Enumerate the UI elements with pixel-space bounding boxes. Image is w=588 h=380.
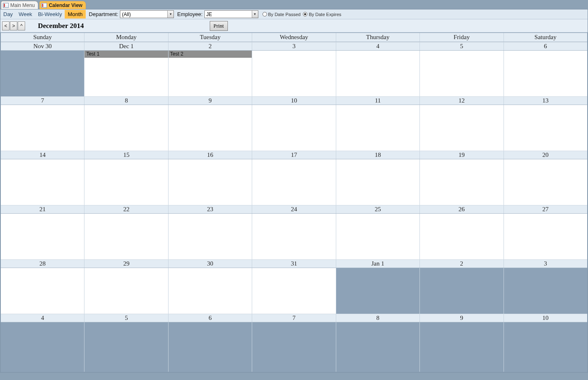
today-button[interactable]: ^ [18, 21, 25, 30]
day-cell[interactable] [252, 268, 336, 314]
date-header-cell[interactable]: 2 [420, 260, 504, 268]
date-header-cell[interactable]: 3 [252, 42, 336, 50]
day-cell[interactable] [420, 159, 504, 205]
day-cell[interactable] [504, 268, 587, 314]
tab-main-menu[interactable]: Main Menu [1, 1, 38, 9]
day-cell[interactable] [1, 268, 84, 314]
day-cell[interactable] [252, 51, 336, 96]
day-cell[interactable] [336, 322, 420, 372]
radio-by-date-expires[interactable] [303, 12, 307, 16]
day-cell[interactable] [84, 214, 168, 259]
date-header-cell[interactable]: 13 [504, 97, 587, 105]
day-cell[interactable] [420, 322, 504, 372]
day-cell[interactable] [336, 105, 420, 151]
date-header-cell[interactable]: 8 [336, 314, 420, 322]
date-header-cell[interactable]: 10 [504, 314, 587, 322]
date-header-cell[interactable]: 12 [420, 97, 504, 105]
date-header-cell[interactable]: 30 [169, 260, 252, 268]
day-cell[interactable] [84, 268, 168, 314]
day-cell[interactable] [504, 214, 587, 259]
day-cell[interactable] [252, 322, 336, 372]
calendar-event[interactable]: Test 1 [84, 51, 168, 58]
date-header-cell[interactable]: 5 [420, 42, 504, 50]
day-cell[interactable] [420, 51, 504, 96]
day-cell[interactable] [504, 105, 587, 151]
date-header-cell[interactable]: 2 [169, 42, 252, 50]
date-header-cell[interactable]: 22 [84, 205, 168, 213]
day-cell[interactable] [504, 159, 587, 205]
day-cell[interactable] [169, 322, 252, 372]
day-cell[interactable] [169, 214, 252, 259]
day-cell[interactable] [252, 105, 336, 151]
day-cell[interactable] [169, 159, 252, 205]
day-cell[interactable] [169, 105, 252, 151]
day-cell[interactable] [252, 159, 336, 205]
date-header-cell[interactable]: 31 [252, 260, 336, 268]
day-cell[interactable] [1, 105, 84, 151]
calendar-event[interactable]: Test 2 [169, 51, 252, 58]
employee-combo[interactable]: JE ▼ [204, 10, 258, 18]
view-day-button[interactable]: Day [0, 10, 16, 19]
day-cell[interactable] [336, 214, 420, 259]
date-header-cell[interactable]: 9 [420, 314, 504, 322]
day-cell[interactable] [1, 51, 84, 96]
day-cell[interactable]: Test 2 [169, 51, 252, 96]
date-header-cell[interactable]: 19 [420, 151, 504, 159]
date-header-cell[interactable]: 21 [1, 205, 84, 213]
date-header-cell[interactable]: 6 [169, 314, 252, 322]
view-biweekly-button[interactable]: Bi-Weekly [35, 10, 65, 19]
date-header-cell[interactable]: 24 [252, 205, 336, 213]
date-header-cell[interactable]: 20 [504, 151, 587, 159]
day-cell[interactable] [420, 214, 504, 259]
day-cell[interactable] [336, 268, 420, 314]
day-cell[interactable] [1, 214, 84, 259]
day-cell[interactable] [420, 268, 504, 314]
print-button[interactable]: Print [210, 21, 228, 31]
date-header-cell[interactable]: 4 [1, 314, 84, 322]
prev-month-button[interactable]: < [2, 21, 9, 30]
day-cell[interactable] [420, 105, 504, 151]
day-cell[interactable] [169, 268, 252, 314]
date-header-cell[interactable]: 7 [1, 97, 84, 105]
date-header-cell[interactable]: 5 [84, 314, 168, 322]
date-header-cell[interactable]: 25 [336, 205, 420, 213]
date-header-cell[interactable]: 28 [1, 260, 84, 268]
date-header-cell[interactable]: 27 [504, 205, 587, 213]
date-header-cell[interactable]: 29 [84, 260, 168, 268]
view-month-button[interactable]: Month [65, 10, 85, 19]
tab-calendar-view[interactable]: Calendar View [39, 1, 86, 9]
date-header-cell[interactable]: 26 [420, 205, 504, 213]
day-cell[interactable] [336, 159, 420, 205]
date-header-cell[interactable]: 9 [169, 97, 252, 105]
day-cell[interactable] [504, 51, 587, 96]
day-cell[interactable] [504, 322, 587, 372]
day-cell[interactable] [1, 159, 84, 205]
date-header-cell[interactable]: 14 [1, 151, 84, 159]
date-header-cell[interactable]: 15 [84, 151, 168, 159]
date-header-cell[interactable]: 16 [169, 151, 252, 159]
day-cell[interactable] [252, 214, 336, 259]
radio-by-date-passed[interactable] [262, 12, 267, 16]
next-month-button[interactable]: > [10, 21, 17, 30]
date-header-cell[interactable]: 6 [504, 42, 587, 50]
date-header-cell[interactable]: 10 [252, 97, 336, 105]
date-header-cell[interactable]: 4 [336, 42, 420, 50]
date-header-cell[interactable]: 23 [169, 205, 252, 213]
day-cell[interactable] [336, 51, 420, 96]
date-header-cell[interactable]: 8 [84, 97, 168, 105]
date-header-cell[interactable]: Jan 1 [336, 260, 420, 268]
date-header-cell[interactable]: 18 [336, 151, 420, 159]
day-cell[interactable] [84, 159, 168, 205]
view-week-button[interactable]: Week [16, 10, 35, 19]
day-cell[interactable]: Test 1 [84, 51, 168, 96]
day-cell[interactable] [84, 322, 168, 372]
day-cell[interactable] [84, 105, 168, 151]
department-combo[interactable]: (All) ▼ [120, 10, 174, 18]
date-header-cell[interactable]: 11 [336, 97, 420, 105]
date-header-cell[interactable]: Dec 1 [84, 42, 168, 50]
date-header-cell[interactable]: 17 [252, 151, 336, 159]
date-header-cell[interactable]: 7 [252, 314, 336, 322]
day-cell[interactable] [1, 322, 84, 372]
date-header-cell[interactable]: 3 [504, 260, 587, 268]
date-header-cell[interactable]: Nov 30 [1, 42, 84, 50]
